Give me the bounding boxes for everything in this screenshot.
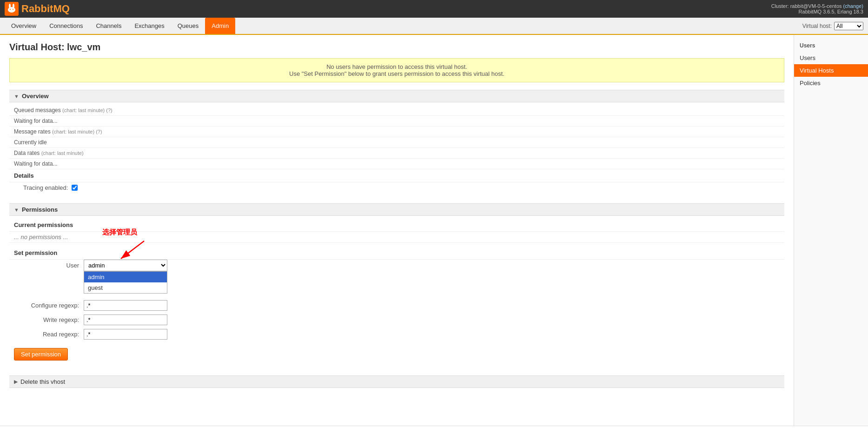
svg-point-3 [10, 9, 11, 10]
overview-toggle-icon: ▼ [14, 94, 19, 99]
nav-connections[interactable]: Connections [43, 18, 89, 34]
svg-line-6 [121, 241, 144, 259]
user-select[interactable]: admin guest [84, 260, 167, 271]
dropdown-option-guest[interactable]: guest [84, 282, 167, 293]
write-regexp-group: Write regexp: [9, 314, 784, 325]
currently-idle: Currently idle [14, 139, 47, 146]
footer: HTTP API | Command Line Last update: 202… [0, 426, 868, 428]
delete-toggle-icon: ▶ [14, 379, 18, 385]
overview-section-content: Queued messages (chart: last minute) (?)… [9, 102, 784, 196]
set-permission-btn-area: Set permission [9, 343, 784, 365]
permissions-section-content: Current permissions ... no permissions .… [9, 216, 784, 368]
user-select-wrapper: admin guest admin guest [84, 260, 167, 271]
main-content: Virtual Host: lwc_vm No users have permi… [0, 35, 794, 426]
overview-section-title: Overview [22, 93, 49, 100]
tracing-row: Tracing enabled: [9, 182, 784, 193]
permissions-section: ▼ Permissions Current permissions ... no… [9, 203, 784, 368]
write-input[interactable] [84, 314, 167, 325]
queued-messages-label: Queued messages [14, 107, 61, 114]
nav-exchanges[interactable]: Exchanges [128, 18, 171, 34]
data-rates-label: Data rates [14, 150, 40, 156]
logo-icon [5, 2, 19, 16]
set-permission-button[interactable]: Set permission [14, 348, 68, 361]
rabbit-icon [6, 3, 17, 14]
data-rates-row: Data rates (chart: last minute) [9, 148, 784, 159]
cluster-label: Cluster: [771, 3, 789, 9]
write-label: Write regexp: [14, 316, 79, 323]
overview-section-header[interactable]: ▼ Overview [9, 90, 784, 102]
details-label: Details [9, 169, 784, 182]
queued-messages-row: Queued messages (chart: last minute) (?) [9, 105, 784, 116]
configure-regexp-group: Configure regexp: [9, 300, 784, 311]
read-input[interactable] [84, 329, 167, 340]
permissions-toggle-icon: ▼ [14, 207, 19, 213]
read-regexp-group: Read regexp: [9, 329, 784, 340]
waiting-data2: Waiting for data... [14, 160, 58, 167]
warning-line2: Use "Set Permission" below to grant user… [17, 70, 776, 77]
sidebar-item-virtual-hosts[interactable]: Virtual Hosts [794, 64, 868, 77]
warning-banner: No users have permission to access this … [9, 58, 784, 82]
logo: RabbitMQ [5, 2, 70, 16]
dropdown-option-admin[interactable]: admin [84, 272, 167, 282]
delete-vhost-section: ▶ Delete this vhost [9, 375, 784, 388]
sidebar-users-title: Users [794, 40, 868, 52]
user-label: User [14, 262, 79, 269]
nav-right: Virtual host: All lwc_vm [802, 22, 863, 30]
sidebar-item-users[interactable]: Users [794, 52, 868, 64]
message-rates-label: Message rates [14, 128, 51, 135]
virtual-host-select[interactable]: All lwc_vm [834, 22, 863, 30]
header-right: Cluster: rabbit@VM-0-5-centos (change) R… [771, 3, 863, 14]
change-link[interactable]: (change) [843, 3, 863, 9]
nav: Overview Connections Channels Exchanges … [0, 18, 868, 35]
nav-channels[interactable]: Channels [89, 18, 128, 34]
currently-idle-row: Currently idle [9, 137, 784, 148]
queued-messages-detail: (chart: last minute) (?) [62, 107, 113, 113]
virtual-host-label: Virtual host: [802, 23, 832, 29]
svg-point-1 [9, 4, 11, 8]
delete-vhost-header[interactable]: ▶ Delete this vhost [9, 375, 784, 388]
no-permissions-row: ... no permissions ... 选择管理员 [9, 232, 784, 243]
nav-admin[interactable]: Admin [205, 18, 235, 34]
logo-text: RabbitMQ [21, 3, 70, 15]
configure-label: Configure regexp: [14, 302, 79, 309]
user-form-group: User admin guest admin guest [9, 260, 784, 271]
permissions-section-title: Permissions [22, 206, 58, 213]
svg-point-0 [8, 7, 15, 13]
message-rates-row: Message rates (chart: last minute) (?) [9, 127, 784, 137]
header: RabbitMQ Cluster: rabbit@VM-0-5-centos (… [0, 0, 868, 18]
nav-overview[interactable]: Overview [5, 18, 43, 34]
overview-section: ▼ Overview Queued messages (chart: last … [9, 90, 784, 196]
user-dropdown-open: admin guest [84, 271, 167, 294]
cluster-value: rabbit@VM-0-5-centos [790, 3, 842, 9]
page-title: Virtual Host: lwc_vm [9, 42, 784, 53]
tracing-label: Tracing enabled: [23, 184, 68, 191]
annotation-text: 选择管理员 [102, 228, 137, 237]
read-label: Read regexp: [14, 331, 79, 338]
svg-point-4 [13, 9, 13, 10]
data-rates-detail: (chart: last minute) [41, 150, 84, 156]
content-area: Virtual Host: lwc_vm No users have permi… [0, 35, 868, 426]
waiting-data2-row: Waiting for data... [9, 159, 784, 169]
waiting-data1-row: Waiting for data... [9, 116, 784, 127]
sidebar-item-policies[interactable]: Policies [794, 77, 868, 89]
nav-queues[interactable]: Queues [171, 18, 205, 34]
message-rates-detail: (chart: last minute) (?) [52, 129, 102, 134]
delete-vhost-title: Delete this vhost [20, 378, 65, 385]
warning-line1: No users have permission to access this … [17, 63, 776, 70]
svg-point-2 [13, 4, 14, 8]
no-permissions-text: ... no permissions ... [14, 234, 68, 241]
permissions-section-header[interactable]: ▼ Permissions [9, 203, 784, 216]
waiting-data1: Waiting for data... [14, 118, 58, 124]
tracing-checkbox[interactable] [72, 185, 78, 191]
sidebar: Users Users Virtual Hosts Policies [794, 35, 868, 426]
version-label: RabbitMQ 3.6.5, Erlang 18.3 [799, 9, 863, 14]
configure-input[interactable] [84, 300, 167, 311]
